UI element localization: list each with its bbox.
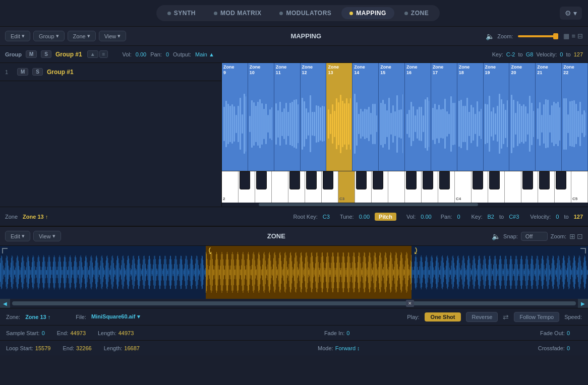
zone-block-zone14[interactable]: Zone 14 (352, 63, 379, 171)
white-key-9[interactable] (372, 171, 388, 203)
tab-mapping[interactable]: MAPPING (341, 7, 394, 19)
white-key-17[interactable] (505, 171, 521, 203)
zone-file-zone-name[interactable]: Zone 13 ↑ (25, 314, 50, 320)
pan-val-zone[interactable]: 0 (457, 214, 460, 220)
zone-block-zone18[interactable]: Zone 18 (457, 63, 484, 171)
zoom-slider[interactable] (518, 35, 558, 37)
horizontal-scrollbar[interactable] (222, 203, 588, 207)
wf-scroll-right-button[interactable]: ▶ (578, 299, 588, 308)
view-dropdown[interactable]: View ▾ (99, 31, 127, 41)
vol-val-zone[interactable]: 0.00 (421, 214, 431, 220)
group-list-button[interactable]: ≡ (99, 50, 108, 58)
one-shot-button[interactable]: One Shot (425, 312, 461, 322)
corner-tr-handle[interactable] (578, 246, 588, 256)
zone-block-zone12[interactable]: Zone 12 (301, 63, 327, 171)
vel-to-zone[interactable]: 127 (574, 214, 583, 220)
zoom-in-icon[interactable]: ⊞ (569, 232, 575, 240)
loop-start-val[interactable]: 15579 (35, 345, 51, 351)
key-from[interactable]: C-2 (506, 51, 515, 57)
zone-block-zone21[interactable]: Zone 21 (536, 63, 562, 171)
white-key-0[interactable]: 2 (222, 171, 239, 203)
wf-scroll-left-button[interactable]: ◀ (0, 299, 10, 308)
zone-block-zone20[interactable]: Zone 20 (509, 63, 536, 171)
file-name[interactable]: MiniSquare60.aif ▾ (91, 313, 140, 320)
loop-end-marker[interactable]: ⤸ (411, 246, 420, 256)
white-key-8[interactable] (355, 171, 372, 203)
edit-dropdown[interactable]: Edit ▾ (5, 31, 30, 41)
corner-tl-handle[interactable] (0, 246, 10, 256)
white-key-13[interactable] (438, 171, 455, 203)
vel-to[interactable]: 127 (574, 51, 583, 57)
tab-modulators[interactable]: MODULATORS (271, 7, 339, 19)
white-key-10[interactable] (388, 171, 405, 203)
solo-button[interactable]: S (41, 50, 51, 58)
zone-speaker-icon[interactable]: 🔈 (492, 232, 500, 240)
loop-start-marker[interactable]: ⤸ (206, 246, 214, 256)
white-key-7[interactable]: C3 (338, 171, 355, 203)
loop-region-close[interactable]: ✕ (406, 300, 414, 307)
grid-view-icon[interactable]: ▦ (563, 32, 569, 40)
zone-block-zone15[interactable]: Zone 15 (379, 63, 405, 171)
key-from-zone[interactable]: B2 (488, 214, 494, 220)
fade-out-val[interactable]: 0 (567, 330, 570, 336)
white-key-4[interactable] (288, 171, 305, 203)
sample-end-val[interactable]: 44973 (70, 330, 86, 336)
white-key-12[interactable] (422, 171, 438, 203)
zone-block-zone10[interactable]: Zone 10 (248, 63, 274, 171)
key-to-zone[interactable]: C#3 (509, 214, 519, 220)
zone-block-zone11[interactable]: Zone 11 (274, 63, 301, 171)
track-solo[interactable]: S (32, 68, 43, 76)
white-key-6[interactable] (322, 171, 338, 203)
zone-dropdown[interactable]: Zone ▾ (68, 31, 96, 41)
crossfade-val[interactable]: 0 (567, 345, 570, 351)
pitch-badge[interactable]: Pitch (375, 213, 396, 221)
snap-select[interactable]: Off Bar Beat (521, 232, 548, 241)
tab-synth[interactable]: SYNTH (159, 7, 204, 19)
scroll-thumb[interactable] (259, 203, 479, 206)
group-dropdown[interactable]: Group ▾ (33, 31, 65, 41)
group-up-button[interactable]: ▲ (87, 50, 98, 58)
loop-mode-val[interactable]: Forward ↕ (335, 345, 360, 351)
white-key-2[interactable] (255, 171, 272, 203)
sample-length-val[interactable]: 44973 (119, 330, 134, 336)
zone-edit-dropdown[interactable]: Edit ▾ (5, 231, 30, 241)
white-key-20[interactable] (555, 171, 571, 203)
white-key-3[interactable] (272, 171, 288, 203)
wf-scroll-track[interactable] (12, 301, 576, 305)
loop-end-val[interactable]: 32266 (76, 345, 92, 351)
zone-block-zone16[interactable]: Zone 16 (405, 63, 431, 171)
loop-length-val[interactable]: 16687 (124, 345, 140, 351)
sample-start-val[interactable]: 0 (42, 330, 45, 336)
vol-value[interactable]: 0.00 (136, 51, 146, 57)
white-key-5[interactable] (305, 171, 322, 203)
key-to[interactable]: G8 (526, 51, 534, 57)
reverse-button[interactable]: Reverse (466, 312, 498, 322)
zone-info-name[interactable]: Zone 13 ↑ (23, 214, 48, 220)
root-key-val[interactable]: C3 (323, 214, 330, 220)
vel-from[interactable]: 0 (560, 51, 563, 57)
white-key-18[interactable] (521, 171, 538, 203)
zone-view-dropdown[interactable]: View ▾ (33, 231, 61, 241)
white-key-19[interactable] (538, 171, 555, 203)
vel-from-zone[interactable]: 0 (556, 214, 559, 220)
tune-val[interactable]: 0.00 (359, 214, 370, 220)
zone-block-zone9[interactable]: Zone 9 (222, 63, 248, 171)
mute-button[interactable]: M (26, 50, 37, 58)
white-key-11[interactable] (405, 171, 422, 203)
white-key-14[interactable]: C4 (455, 171, 472, 203)
wf-scroll-thumb[interactable] (12, 301, 576, 305)
speaker-icon[interactable]: 🔈 (486, 32, 494, 40)
fade-in-val[interactable]: 0 (346, 330, 349, 336)
zone-block-zone22[interactable]: Zone 22 (562, 63, 588, 171)
detail-view-icon[interactable]: ⊟ (577, 32, 583, 40)
white-key-21[interactable]: C5 (571, 171, 588, 203)
pan-value[interactable]: 0 (166, 51, 169, 57)
follow-tempo-button[interactable]: Follow Tempo (514, 312, 559, 322)
list-view-icon[interactable]: ≡ (571, 32, 575, 40)
zoom-fit-icon[interactable]: ⊡ (577, 232, 583, 240)
tab-zone[interactable]: ZONE (396, 7, 437, 19)
track-mute[interactable]: M (17, 68, 28, 76)
pingpong-icon[interactable]: ⇄ (503, 313, 509, 321)
zone-block-zone17[interactable]: Zone 17 (431, 63, 457, 171)
zone-block-zone13[interactable]: Zone 13 (326, 63, 352, 171)
